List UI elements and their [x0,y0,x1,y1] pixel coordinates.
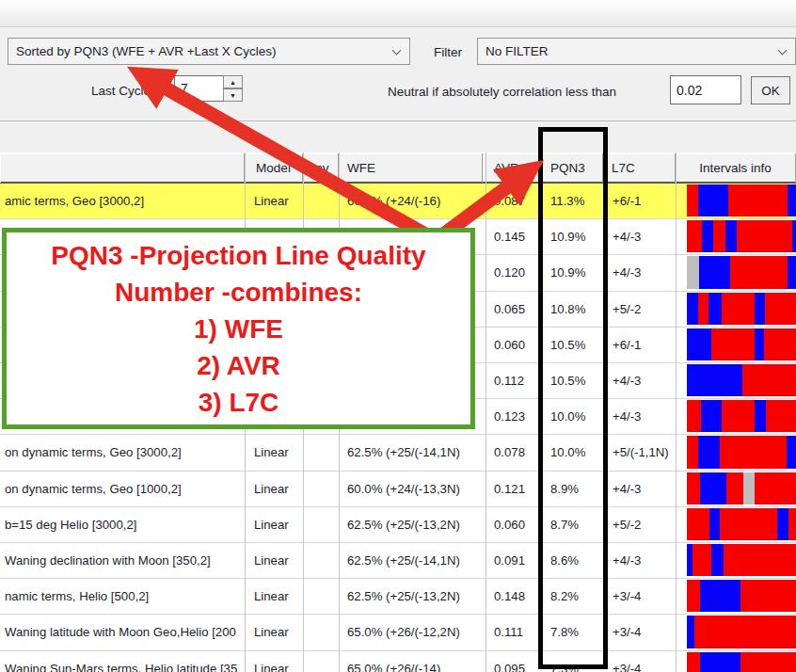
interval-segment [687,508,709,540]
sort-mode-value: Sorted by PQN3 (WFE + AVR +Last X Cycles… [16,44,277,58]
cell-avr: 0.112 [494,363,538,398]
table-row[interactable]: b=15 deg Helio [3000,2]Linear62.5% (+25/… [0,507,796,543]
cell-pqn3: 10.0% [550,435,599,470]
neutral-threshold-label: Neutral if absolutely correlation less t… [388,85,616,99]
table-row[interactable]: namic terms, Helio [500,2]Linear62.5% (+… [0,579,796,615]
interval-segment [687,580,700,612]
cell-inv [309,543,335,578]
interval-segment [755,400,766,432]
intervals-bar [687,508,796,540]
neutral-threshold-input[interactable]: 0.02 [670,75,741,104]
cell-model: Linear [254,543,299,578]
cell-model: Linear [254,651,299,672]
interval-segment [766,400,796,432]
column-header-model[interactable]: Model [245,153,303,183]
interval-segment [743,472,755,504]
cell-avr: 0.148 [494,579,538,614]
interval-segment [700,472,726,504]
cell-wfe: 60.0% (+24/(-16) [347,184,479,218]
callout-line: 2) AVR [7,347,470,384]
interval-segment [724,544,796,576]
table-row[interactable]: on dynamic terms, Geo [1000,2]Linear60.0… [0,472,796,507]
cell-l7c: +5/(-1,1N) [613,435,672,470]
interval-segment [711,544,724,576]
interval-segment [702,220,713,252]
table-row[interactable]: Waning Sun-Mars terms, Helio latitude [3… [0,651,796,672]
interval-segment [742,364,796,396]
interval-segment [764,328,796,360]
intervals-bar [687,544,796,576]
cell-avr: 0.111 [494,615,538,649]
table-row[interactable]: Waning latitude with Moon Geo,Helio [200… [0,615,796,650]
filter-value: No FILTER [486,44,549,58]
interval-segment [788,256,796,288]
interval-segment [765,293,795,325]
interval-segment [788,508,796,540]
column-header-intervals[interactable]: Intervals info [676,153,796,183]
cycle-table-window: Sorted by PQN3 (WFE + AVR +Last X Cycles… [0,0,796,672]
cell-pqn3: 8.7% [550,507,599,542]
cell-l7c: +3/-4 [613,651,672,672]
cell-model: Linear [254,507,299,542]
cell-avr: 0.121 [494,472,538,506]
cell-l7c: +5/-2 [613,507,672,542]
intervals-bar [687,400,796,432]
cell-l7c: +4/-3 [613,399,672,434]
filter-label: Filter [434,45,462,59]
cell-pqn3: 10.8% [550,292,599,327]
ok-button[interactable]: OK [751,76,790,104]
neutral-threshold-value: 0.02 [677,83,702,98]
intervals-bar [687,328,796,360]
column-header-name[interactable] [0,153,245,183]
cell-name: Waning declination with Moon [350,2] [5,543,241,578]
interval-segment [687,616,694,648]
interval-segment [687,184,698,216]
column-header-wfe[interactable]: WFE [339,153,483,183]
column-header-inv[interactable]: Inv [303,153,339,183]
cell-wfe: 60.0% (+24/(-13,3N) [347,472,479,506]
filter-dropdown[interactable]: No FILTER [477,38,796,65]
cell-model: Linear [254,615,299,649]
interval-segment [687,256,699,288]
interval-segment [687,328,711,360]
cell-l7c: +6/-1 [613,184,672,218]
stepper-up-button[interactable]: ▲ [223,75,243,88]
header-backdrop-strip [0,123,796,152]
interval-segment [787,436,796,468]
cell-name: Waning latitude with Moon Geo,Helio [200 [5,615,241,649]
cell-model: Linear [254,472,299,506]
cell-pqn3: 10.5% [550,328,599,362]
cell-pqn3: 8.9% [550,472,599,506]
last-cycles-value: 7 [181,81,188,96]
last-cycles-label: Last Cycles [91,84,157,98]
table-row[interactable]: on dynamic terms, Geo [3000,2]Linear62.5… [0,435,796,471]
column-header-pqn3[interactable]: PQN3 [542,153,603,183]
stepper-down-button[interactable]: ▼ [223,88,243,102]
column-header-avr[interactable]: AVR [486,153,542,183]
cell-inv [309,615,335,649]
callout-line: Number -combines: [7,274,470,311]
column-header-l7c[interactable]: L7C [603,153,676,183]
table-row[interactable]: amic terms, Geo [3000,2]Linear60.0% (+24… [0,184,796,219]
cell-wfe: 65.0% (+26/(-12,2N) [347,615,479,649]
intervals-bar [687,293,796,325]
interval-segment [755,293,766,325]
cell-avr: 0.123 [494,399,538,434]
interval-segment [694,616,796,648]
cell-avr: 0.145 [494,219,538,254]
cell-name: on dynamic terms, Geo [1000,2] [5,472,241,506]
table-row[interactable]: Waning declination with Moon [350,2]Line… [0,543,796,579]
interval-segment [792,220,795,252]
intervals-bar [687,580,796,612]
interval-segment [700,652,740,672]
chevron-down-icon [393,47,401,55]
intervals-bar [687,616,796,648]
cell-name: Waning Sun-Mars terms, Helio latitude [3… [5,651,241,672]
callout-line: 3) L7C [7,384,470,421]
interval-segment [725,220,738,252]
cell-l7c: +4/-3 [613,255,672,290]
interval-segment [726,472,744,504]
sort-mode-dropdown[interactable]: Sorted by PQN3 (WFE + AVR +Last X Cycles… [8,38,410,65]
intervals-bar [687,364,796,396]
cell-wfe: 62.5% (+25/(-14,1N) [347,435,479,470]
